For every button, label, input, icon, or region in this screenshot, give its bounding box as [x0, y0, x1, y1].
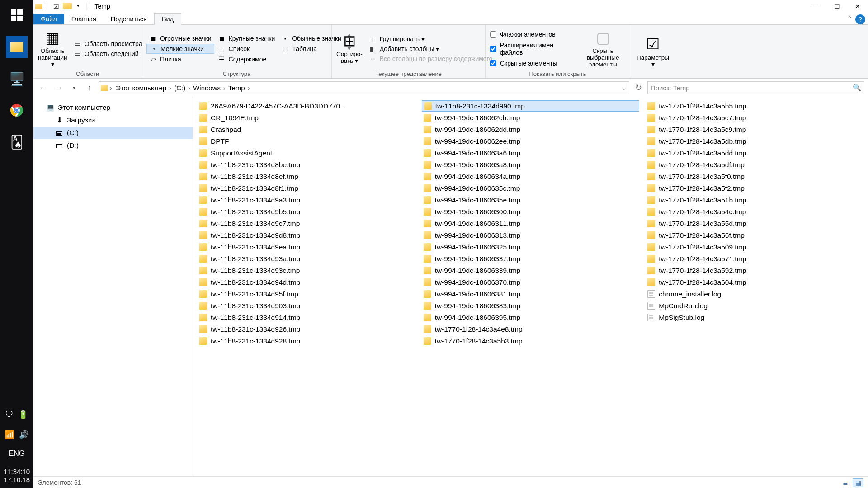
address-dropdown[interactable]: ⌄ — [621, 84, 627, 92]
file-item[interactable]: tw-994-19dc-18606383.tmp — [422, 300, 640, 311]
qat-newfolder[interactable] — [63, 3, 72, 9]
file-item[interactable]: tw-994-19dc-18606313.tmp — [422, 230, 640, 241]
file-item[interactable]: tw-1770-1f28-14c3a5df.tmp — [646, 159, 863, 170]
file-item[interactable]: tw-994-19dc-186062cb.tmp — [422, 112, 640, 123]
file-item[interactable]: tw-1770-1f28-14c3a5c9.tmp — [646, 124, 863, 135]
file-item[interactable]: tw-1770-1f28-14c3a54c.tmp — [646, 206, 863, 217]
layout-small[interactable]: ▫Мелкие значки — [146, 44, 214, 54]
file-item[interactable]: tw-11b8-231c-1334d8ef.tmp — [198, 171, 415, 182]
file-item[interactable]: tw-1770-1f28-14c3a4e8.tmp — [422, 324, 640, 335]
file-item[interactable]: tw-994-19dc-186063a6.tmp — [422, 147, 640, 159]
file-item[interactable]: tw-11b8-231c-1334d903.tmp — [198, 300, 415, 311]
tray-defender-icon[interactable]: 🛡 — [5, 410, 14, 420]
view-details-button[interactable]: ≣ — [840, 478, 851, 487]
file-item[interactable]: tw-11b8-231c-1334d928.tmp — [198, 335, 415, 347]
taskbar-app-chrome[interactable] — [6, 99, 28, 121]
nav-history-button[interactable]: ▾ — [68, 81, 80, 94]
help-button[interactable]: ? — [855, 14, 865, 24]
file-item[interactable]: tw-11b8-231c-1334d9ea.tmp — [198, 241, 415, 253]
hide-selected-button[interactable]: ▢Скрыть выбранные элементы — [580, 28, 625, 70]
breadcrumb-segment[interactable]: (C:) — [172, 84, 187, 92]
sort-button[interactable]: ⊞Сортиро-вать ▾ — [336, 28, 363, 70]
file-item[interactable]: tw-1770-1f28-14c3a571.tmp — [646, 253, 863, 264]
file-item[interactable]: tw-994-19dc-18606311.tmp — [422, 218, 640, 229]
file-item[interactable]: tw-1770-1f28-14c3a5dd.tmp — [646, 147, 863, 159]
file-item[interactable]: tw-994-19dc-18606339.tmp — [422, 265, 640, 276]
tab-share[interactable]: Поделиться — [104, 14, 154, 24]
preview-pane-button[interactable]: ▭Область просмотра — [71, 39, 145, 48]
tab-home[interactable]: Главная — [64, 14, 104, 24]
nav-up-button[interactable]: ↑ — [83, 81, 96, 94]
file-item[interactable]: tw-1770-1f28-14c3a5f0.tmp — [646, 171, 863, 182]
file-item[interactable]: tw-1770-1f28-14c3a604.tmp — [646, 277, 863, 288]
file-item[interactable]: tw-1770-1f28-14c3a5f2.tmp — [646, 183, 863, 194]
ribbon-collapse-button[interactable]: ˄ — [844, 14, 855, 24]
file-item[interactable]: SupportAssistAgent — [198, 147, 415, 159]
file-item[interactable]: 26A9A679-D422-457C-AA3D-BD3DD770... — [198, 100, 415, 112]
refresh-button[interactable]: ↻ — [632, 81, 645, 94]
file-item[interactable]: tw-11b8-231c-1334d9c7.tmp — [198, 218, 415, 229]
tray-volume-icon[interactable]: 🔊 — [19, 430, 29, 440]
file-item[interactable]: tw-1770-1f28-14c3a51b.tmp — [646, 194, 863, 206]
taskbar-app-solitaire[interactable]: 🂡 — [6, 131, 28, 153]
file-item[interactable]: tw-994-19dc-18606370.tmp — [422, 277, 640, 288]
file-item[interactable]: tw-1770-1f28-14c3a56f.tmp — [646, 230, 863, 241]
details-pane-button[interactable]: ▭Область сведений — [71, 49, 145, 58]
close-button[interactable]: ✕ — [847, 0, 868, 13]
file-item[interactable]: tw-11b8-231c-1334d914.tmp — [198, 312, 415, 323]
file-item[interactable]: MpSigStub.log — [646, 312, 863, 323]
tray-language[interactable]: ENG — [9, 450, 25, 458]
navpane-item[interactable]: 🖴(C:) — [33, 127, 193, 139]
file-item[interactable]: tw-11b8-231c-1334d9b5.tmp — [198, 206, 415, 217]
file-item[interactable]: tw-994-19dc-186062dd.tmp — [422, 124, 640, 135]
file-item[interactable]: CR_1094E.tmp — [198, 112, 415, 123]
maximize-button[interactable]: ☐ — [826, 0, 847, 13]
file-item[interactable]: tw-1770-1f28-14c3a5b3.tmp — [422, 335, 640, 347]
file-item[interactable]: tw-994-19dc-18606381.tmp — [422, 288, 640, 300]
file-item[interactable]: tw-1770-1f28-14c3a5b5.tmp — [646, 100, 863, 112]
file-item[interactable]: tw-994-19dc-18606337.tmp — [422, 253, 640, 264]
file-item[interactable]: tw-994-19dc-1860634a.tmp — [422, 171, 640, 182]
file-item[interactable]: tw-11b8-231c-1334d8be.tmp — [198, 159, 415, 170]
navigation-pane-button[interactable]: ▦Область навигации ▾ — [38, 28, 67, 70]
layout-huge[interactable]: ◼Огромные значки — [146, 34, 214, 43]
file-item[interactable]: tw-994-19dc-18606300.tmp — [422, 206, 640, 217]
file-item[interactable]: tw-11b8-231c-1334d9d8.tmp — [198, 230, 415, 241]
layout-tile[interactable]: ▱Плитка — [146, 55, 214, 64]
start-button[interactable] — [6, 5, 28, 26]
file-item[interactable]: DPTF — [198, 136, 415, 147]
file-item[interactable]: tw-11b8-231c-1334d8f1.tmp — [198, 183, 415, 194]
nav-back-button[interactable]: ← — [37, 81, 50, 94]
tray-wifi-icon[interactable]: 📶 — [5, 430, 14, 440]
breadcrumb-segment[interactable]: Temp — [226, 84, 247, 92]
address-bar[interactable]: › Этот компьютер›(C:)›Windows›Temp› ⌄ — [99, 81, 629, 94]
navpane-item[interactable]: 🖴(D:) — [33, 139, 193, 152]
file-item[interactable]: Crashpad — [198, 124, 415, 135]
file-item[interactable]: tw-11b8-231c-1334d95f.tmp — [198, 288, 415, 300]
add-columns-button[interactable]: ▥Добавить столбцы ▾ — [366, 44, 495, 53]
minimize-button[interactable]: — — [806, 0, 826, 13]
tray-battery-icon[interactable]: 🔋 — [18, 410, 28, 420]
chk-item-checkboxes[interactable]: Флажки элементов — [490, 30, 577, 38]
file-item[interactable]: tw-11b8-231c-1334d94d.tmp — [198, 277, 415, 288]
file-pane[interactable]: 26A9A679-D422-457C-AA3D-BD3DD770...CR_10… — [193, 97, 868, 476]
file-item[interactable]: tw-1770-1f28-14c3a55d.tmp — [646, 218, 863, 229]
file-item[interactable]: MpCmdRun.log — [646, 300, 863, 311]
file-item[interactable]: tw-994-19dc-18606395.tmp — [422, 312, 640, 323]
file-item[interactable]: tw-1770-1f28-14c3a5db.tmp — [646, 136, 863, 147]
options-button[interactable]: ☑Параметры ▾ — [635, 28, 671, 76]
search-input[interactable]: Поиск: Temp 🔍 — [647, 81, 864, 94]
qat-customize[interactable]: ▾ — [74, 3, 83, 10]
file-item[interactable]: tw-994-19dc-186063a8.tmp — [422, 159, 640, 170]
file-item[interactable]: tw-1770-1f28-14c3a592.tmp — [646, 265, 863, 276]
file-item[interactable]: tw-11b8-231c-1334d93a.tmp — [198, 253, 415, 264]
file-item[interactable]: tw-994-19dc-1860635c.tmp — [422, 183, 640, 194]
layout-list[interactable]: ≣Список — [215, 44, 278, 54]
file-item[interactable]: chrome_installer.log — [646, 288, 863, 300]
file-item[interactable]: tw-1770-1f28-14c3a509.tmp — [646, 241, 863, 253]
navpane-item[interactable]: 💻Этот компьютер — [33, 101, 193, 114]
breadcrumb-segment[interactable]: Этот компьютер — [114, 84, 168, 92]
view-icons-button[interactable]: ▦ — [853, 478, 863, 487]
tab-view[interactable]: Вид — [154, 13, 181, 25]
chk-file-extensions[interactable]: Расширения имен файлов — [490, 41, 577, 56]
